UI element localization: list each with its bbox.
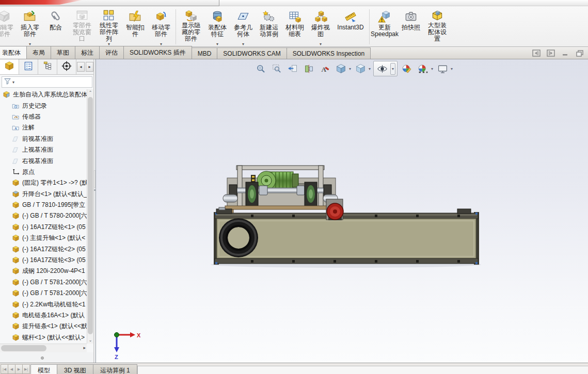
- zoom-to-area-button[interactable]: [270, 62, 283, 75]
- command-tab-3[interactable]: 草图: [51, 46, 75, 59]
- dropdown-arrow-icon[interactable]: ▾: [390, 63, 395, 75]
- tree-item-history-folder[interactable]: 历史记录: [0, 100, 87, 111]
- command-tab-5[interactable]: 评估: [99, 46, 124, 59]
- view-orientation-button[interactable]: [334, 62, 347, 75]
- command-tab-4[interactable]: 标注: [75, 46, 100, 59]
- edit-appearance-button[interactable]: [400, 62, 414, 75]
- tree-item-part[interactable]: (-) GB / T 5781-2000[六: [0, 277, 87, 288]
- graphics-viewport[interactable]: X Z A▾▾▾▾▾: [96, 59, 588, 363]
- assembly-features-button[interactable]: 装配体特征▾: [205, 7, 230, 46]
- show-hidden-components-button[interactable]: 显示隐藏的零部件: [178, 7, 204, 46]
- scroll-down-icon[interactable]: ⌄: [87, 337, 93, 344]
- assembly-model-view[interactable]: X Z: [96, 59, 588, 363]
- large-assembly-settings-button[interactable]: 大型装配体设置: [424, 7, 450, 46]
- study-nav-next-button[interactable]: ▶: [15, 364, 23, 374]
- take-snapshot-button[interactable]: 拍快照: [399, 7, 423, 46]
- tree-item-sensors-folder[interactable]: 传感器: [0, 111, 87, 122]
- tree-item-part[interactable]: 电机链条16A<1> (默认: [0, 310, 87, 321]
- splitter-grip[interactable]: [94, 170, 96, 188]
- tree-item-part[interactable]: (-) 主提升轴<1> (默认<: [0, 233, 87, 243]
- collapse-left-button[interactable]: [532, 49, 541, 57]
- command-tab-8[interactable]: SOLIDWORKS CAM: [217, 47, 287, 59]
- previous-view-button[interactable]: [286, 62, 299, 75]
- scroll-right-icon[interactable]: ▸: [83, 345, 86, 350]
- command-tab-6[interactable]: SOLIDWORKS 插件: [123, 46, 192, 59]
- tree-filter-field[interactable]: ▾: [2, 76, 92, 88]
- panel-tab-scroll-right[interactable]: ▸: [86, 62, 93, 72]
- panel-tab-dimxpertmanager[interactable]: [57, 59, 76, 74]
- restore-button[interactable]: [576, 49, 584, 57]
- tire[interactable]: [219, 218, 258, 257]
- horizontal-scroll-thumb[interactable]: [1, 345, 46, 351]
- tree-item-plane[interactable]: 上视基准面: [0, 144, 87, 155]
- dropdown-arrow-icon[interactable]: ▾: [216, 42, 218, 46]
- splitter-dot[interactable]: [94, 189, 96, 191]
- dropdown-arrow-icon[interactable]: ▾: [320, 42, 322, 46]
- dropdown-arrow-icon[interactable]: ▾: [242, 42, 244, 46]
- tree-item-part[interactable]: GB / T 7810-1995[带立: [0, 200, 87, 210]
- panel-tab-configurationmanager[interactable]: [38, 59, 57, 74]
- collapse-right-button[interactable]: [547, 49, 555, 57]
- tree-item-part[interactable]: (-) GB / T 5780-2000[六: [0, 210, 87, 221]
- tree-item-part[interactable]: (-) 16A17Z链轮<2> (05: [0, 243, 87, 254]
- tree-item-plane[interactable]: 右视基准面: [0, 155, 87, 166]
- tree-item-part[interactable]: 螺杆<1> (默认<<默认>: [0, 332, 87, 343]
- panel-resize-handle[interactable]: [41, 356, 44, 360]
- exploded-view-button[interactable]: 爆炸视图▾: [308, 7, 333, 46]
- hide-annotations-button[interactable]: A: [318, 62, 331, 75]
- smart-fasteners-button[interactable]: 智能扣件: [123, 7, 148, 46]
- apply-scene-button[interactable]: [416, 62, 430, 75]
- tree-item-part[interactable]: 提升链条<1> (默认<<默: [0, 321, 87, 332]
- tree-item-part[interactable]: (-) 2.2Kw电动机链轮<1: [0, 299, 87, 310]
- conveyor-motor[interactable]: [326, 199, 343, 220]
- tree-item-part[interactable]: (-) GB / T 5781-2000[六: [0, 288, 87, 299]
- filter-funnel-icon[interactable]: [4, 77, 11, 87]
- tree-item-part[interactable]: 成钢 120i-2200w-4P<1: [0, 266, 87, 277]
- study-nav-first-button[interactable]: |◀: [1, 364, 8, 374]
- section-view-button[interactable]: [302, 62, 315, 75]
- study-nav-last-button[interactable]: ▶|: [22, 364, 30, 374]
- view-settings-button[interactable]: [436, 62, 449, 75]
- tree-item-subassembly[interactable]: 升降台<1> (默认<默认_: [0, 189, 87, 200]
- tree-item-plane[interactable]: 前视基准面: [0, 134, 87, 144]
- tree-item-part[interactable]: (-) 16A17Z链轮<1> (05: [0, 222, 87, 233]
- dropdown-arrow-icon[interactable]: ▾: [349, 67, 351, 71]
- tree-item-part[interactable]: (固定) 零件1<1> ->? (默: [0, 177, 87, 188]
- command-tab-1[interactable]: 装配体: [0, 46, 27, 59]
- update-speedpak-button[interactable]: 更新 Speedpak: [372, 7, 398, 46]
- panel-tab-propertymanager[interactable]: [19, 59, 38, 74]
- linear-component-pattern-button[interactable]: 线性零部件阵列▾: [96, 7, 122, 46]
- mate-button[interactable]: 配合: [43, 7, 68, 46]
- panel-tab-featuremanager[interactable]: [0, 59, 19, 74]
- bill-of-materials-button[interactable]: 材料明细表: [282, 7, 307, 46]
- dropdown-arrow-icon[interactable]: ▾: [369, 67, 371, 71]
- study-nav-previous-button[interactable]: ◀: [8, 364, 15, 374]
- minimize-button[interactable]: [561, 49, 569, 57]
- tree-item-annotations-folder[interactable]: A注解: [0, 122, 87, 133]
- study-tab-3[interactable]: 运动算例 1: [93, 364, 137, 374]
- chevron-down-icon[interactable]: ▾: [12, 80, 14, 85]
- insert-component-button[interactable]: 插入零部件▾: [18, 7, 42, 46]
- tree-vertical-scrollbar[interactable]: ⌃ ⌄: [87, 89, 93, 344]
- study-tab-2[interactable]: 3D 视图: [57, 364, 93, 374]
- vertical-scroll-thumb[interactable]: [88, 97, 93, 334]
- display-style-button[interactable]: [354, 62, 367, 75]
- dropdown-arrow-icon[interactable]: ▾: [451, 67, 453, 71]
- tree-horizontal-scrollbar[interactable]: ▸: [0, 344, 87, 352]
- panel-tab-scroll-left[interactable]: ◂: [77, 62, 85, 72]
- command-tab-9[interactable]: SOLIDWORKS Inspection: [287, 47, 371, 59]
- scroll-up-icon[interactable]: ⌃: [87, 89, 93, 96]
- hide-show-items-button[interactable]: [375, 62, 389, 75]
- reference-geometry-button[interactable]: 参考几何体▾: [231, 7, 256, 46]
- zoom-to-fit-button[interactable]: [254, 62, 267, 75]
- dropdown-arrow-icon[interactable]: ▾: [431, 67, 433, 71]
- command-tab-2[interactable]: 布局: [26, 46, 51, 59]
- instant3d-button[interactable]: Instant3D: [334, 7, 367, 46]
- study-tab-1[interactable]: 模型: [30, 364, 57, 374]
- move-component-button[interactable]: 移动零部件▾: [149, 7, 173, 46]
- command-tab-7[interactable]: MBD: [192, 47, 218, 59]
- tree-item-origin[interactable]: 原点: [0, 167, 87, 177]
- tree-item-part[interactable]: (-) 16A17Z链轮<3> (05: [0, 255, 87, 266]
- new-motion-study-button[interactable]: 新建运动算例: [257, 7, 281, 46]
- tree-item-assembly-root[interactable]: 生胎自动入库系统总装配体: [0, 89, 87, 100]
